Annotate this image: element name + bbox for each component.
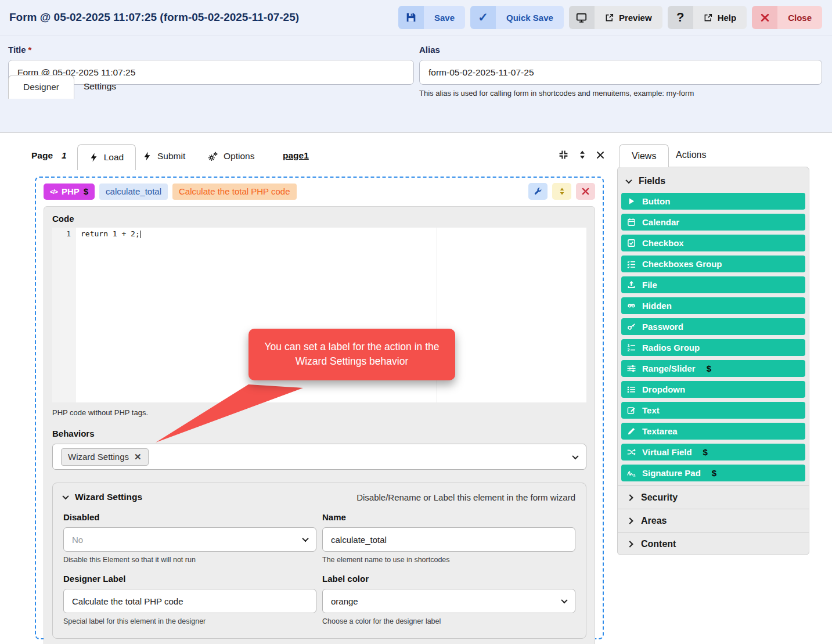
lightning-icon (143, 152, 152, 161)
chevron-down-icon (561, 597, 567, 603)
field-item-password[interactable]: Password (621, 318, 805, 335)
help-button[interactable]: ? Help (668, 6, 747, 29)
wrench-button[interactable] (528, 183, 548, 200)
designer-label-help: Special label for this element in the de… (63, 617, 316, 625)
pro-marker: $ (707, 364, 711, 373)
close-button-label: Close (788, 13, 812, 23)
field-item-checkboxes-group[interactable]: Checkboxes Group (621, 256, 805, 272)
tooltip-callout-tail (149, 382, 311, 447)
top-area: Form @ 05-02-2025 11:07:25 (form-05-02-2… (0, 0, 832, 133)
label-color-select[interactable]: orange (322, 589, 575, 613)
field-item-dropdown[interactable]: Dropdown (621, 381, 805, 398)
quick-save-button[interactable]: ✓ Quick Save (470, 6, 564, 29)
text-caret (141, 231, 141, 238)
svg-text:2: 2 (627, 348, 630, 352)
floppy-icon (398, 6, 424, 29)
disabled-label: Disabled (63, 512, 316, 522)
title-label: Title* (8, 45, 414, 55)
calendar-icon (627, 218, 636, 226)
fields-section-title: Fields (639, 176, 665, 186)
help-button-label: Help (718, 13, 737, 23)
tab-load[interactable]: Load (77, 144, 136, 170)
lightning-icon (89, 153, 98, 162)
field-item-signature-pad[interactable]: Signature Pad $ (621, 465, 805, 481)
close-button[interactable]: Close (752, 6, 822, 29)
tab-designer[interactable]: Designer (8, 75, 74, 99)
chevron-right-icon (626, 494, 633, 501)
tab-submit[interactable]: Submit (143, 151, 185, 161)
field-item-textarea[interactable]: Textarea (621, 423, 805, 440)
upload-icon (627, 280, 636, 289)
label-color-help: Choose a color for the designer label (322, 617, 575, 625)
checklist-icon (627, 260, 636, 268)
wrench-icon (534, 187, 542, 196)
delete-button[interactable] (576, 183, 595, 200)
page-label: Page1 (31, 150, 67, 161)
tab-options[interactable]: Options (208, 151, 254, 161)
checkbox-icon (627, 239, 636, 247)
name-input[interactable]: calculate_total (322, 527, 575, 552)
name-help: The element name to use in shortcodes (322, 556, 575, 564)
field-item-text[interactable]: Text (621, 402, 805, 419)
php-type-badge[interactable]: </> PHP $ (44, 184, 95, 200)
save-button-label: Save (434, 13, 455, 23)
wizard-settings-header[interactable]: Wizard Settings Disable/Rename or Label … (63, 492, 575, 502)
tab-actions[interactable]: Actions (669, 150, 713, 160)
compress-icon[interactable] (559, 150, 568, 160)
move-button[interactable] (552, 183, 571, 200)
fields-section-header[interactable]: Fields (621, 174, 805, 193)
behavior-chip-label: Wizard Settings (68, 452, 129, 462)
disabled-select[interactable]: No (63, 527, 316, 552)
code-line: return 1 + 2; (81, 229, 141, 238)
field-item-range-slider[interactable]: Range/Slider $ (621, 360, 805, 377)
section-areas[interactable]: Areas (618, 509, 809, 532)
action-designer-label-badge[interactable]: Calculate the total PHP code (172, 184, 297, 200)
shuffle-icon (627, 448, 636, 456)
chevron-down-icon (572, 452, 578, 459)
save-button[interactable]: Save (398, 6, 465, 29)
preview-button-label: Preview (619, 13, 652, 23)
action-name-badge[interactable]: calculate_total (99, 184, 168, 200)
wizard-settings-title: Wizard Settings (75, 492, 142, 502)
behavior-chip[interactable]: Wizard Settings ✕ (61, 448, 149, 466)
tab-settings[interactable]: Settings (70, 81, 130, 92)
page-number: 1 (62, 150, 67, 160)
field-item-radios-group[interactable]: 12 Radios Group (621, 339, 805, 356)
section-security[interactable]: Security (618, 485, 809, 509)
swap-vertical-icon[interactable] (578, 150, 586, 160)
gears-icon (208, 152, 218, 161)
field-item-virtual-field[interactable]: Virtual Field $ (621, 444, 805, 460)
alias-input[interactable]: form-05-02-2025-11-07-25 (419, 60, 822, 85)
field-item-checkbox[interactable]: Checkbox (621, 235, 805, 251)
designer-label-input[interactable]: Calculate the total PHP code (63, 589, 316, 613)
wizard-settings-description: Disable/Rename or Label this element in … (356, 492, 575, 502)
page1-link[interactable]: page1 (283, 150, 309, 161)
field-item-calendar[interactable]: Calendar (621, 214, 805, 231)
field-item-button[interactable]: Button (621, 193, 805, 210)
page-title: Form @ 05-02-2025 11:07:25 (form-05-02-2… (9, 11, 299, 24)
field-item-hidden[interactable]: Hidden (621, 297, 805, 314)
remove-behavior-icon[interactable]: ✕ (134, 452, 142, 462)
pro-marker: $ (712, 468, 716, 478)
collapsed-sections: Security Areas Content (618, 485, 809, 555)
chevron-right-icon (626, 541, 633, 547)
behaviors-select[interactable]: Wizard Settings ✕ (52, 444, 586, 470)
svg-text:1: 1 (627, 343, 630, 348)
label-color-field-group: Label color orange Choose a color for th… (322, 564, 575, 625)
action-settings-panel: Code 1 return 1 + 2; PHP code without PH… (44, 206, 595, 644)
question-icon: ? (668, 6, 693, 29)
close-icon[interactable] (596, 151, 604, 159)
external-link-icon (704, 13, 712, 22)
designer-label-field-group: Designer Label Calculate the total PHP c… (63, 564, 316, 625)
header-bar: Form @ 05-02-2025 11:07:25 (form-05-02-2… (0, 0, 832, 35)
tab-views[interactable]: Views (619, 144, 669, 167)
play-icon (627, 197, 636, 206)
section-content[interactable]: Content (618, 532, 809, 555)
mask-icon (627, 301, 636, 310)
signature-icon (627, 469, 636, 477)
php-action-block[interactable]: </> PHP $ calculate_total Calculate the … (35, 177, 604, 639)
preview-button[interactable]: Preview (569, 6, 662, 29)
field-item-file[interactable]: File (621, 276, 805, 293)
paid-marker: $ (84, 186, 88, 196)
code-label: Code (52, 214, 586, 224)
